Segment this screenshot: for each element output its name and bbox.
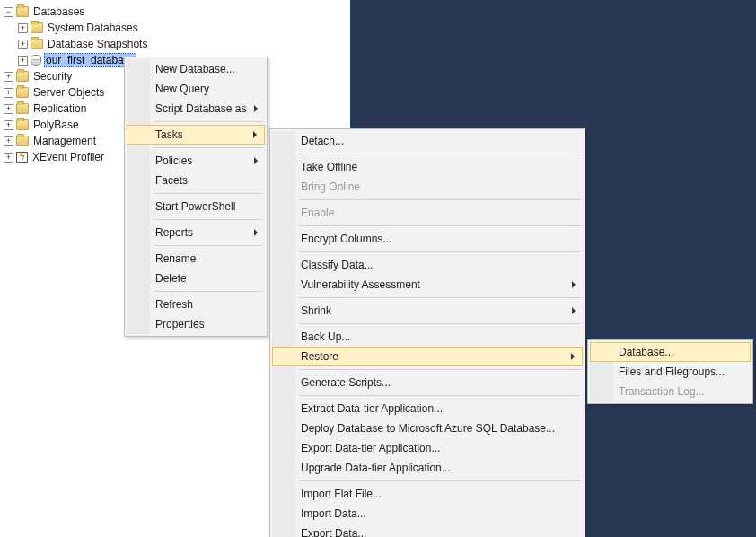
menu-separator [299, 199, 581, 200]
menu-item-classify-data[interactable]: Classify Data... [272, 255, 583, 275]
menu-item-export-data[interactable]: Export Data... [272, 524, 583, 537]
menu-label: Reports [155, 226, 193, 239]
folder-icon [16, 87, 29, 98]
xevent-profiler-icon [16, 152, 28, 163]
menu-label: Encrypt Columns... [301, 233, 391, 245]
collapse-icon[interactable]: − [4, 7, 13, 17]
menu-label: Start PowerShell [155, 200, 235, 213]
submenu-arrow-icon [254, 157, 258, 164]
menu-item-import-flat-file[interactable]: Import Flat File... [272, 484, 583, 504]
menu-item-shrink[interactable]: Shrink [272, 301, 583, 321]
expand-icon[interactable]: + [4, 153, 13, 163]
menu-separator [299, 251, 581, 252]
menu-separator [299, 154, 581, 154]
menu-separator [154, 219, 263, 220]
menu-label: Take Offline [301, 161, 357, 173]
folder-icon [16, 119, 29, 130]
menu-item-upgrade-dt[interactable]: Upgrade Data-tier Application... [272, 458, 583, 478]
expand-icon[interactable]: + [4, 104, 13, 114]
menu-item-extract-dt[interactable]: Extract Data-tier Application... [272, 399, 583, 418]
menu-item-vulnerability-assessment[interactable]: Vulnerability Assessment [272, 275, 583, 295]
menu-item-policies[interactable]: Policies [127, 151, 265, 171]
context-menu-database[interactable]: New Database... New Query Script Databas… [124, 57, 268, 337]
menu-item-refresh[interactable]: Refresh [127, 295, 265, 314]
expand-icon[interactable]: + [4, 72, 13, 82]
tree-node-databases[interactable]: − Databases [4, 4, 350, 20]
menu-item-start-powershell[interactable]: Start PowerShell [127, 197, 265, 216]
menu-label: Bring Online [301, 180, 360, 193]
tree-label: System Databases [46, 22, 140, 34]
menu-label: Upgrade Data-tier Application... [301, 462, 451, 474]
submenu-arrow-icon [572, 307, 576, 314]
menu-item-detach[interactable]: Detach... [272, 131, 583, 151]
menu-item-deploy-azure[interactable]: Deploy Database to Microsoft Azure SQL D… [272, 418, 583, 438]
menu-label: Back Up... [301, 330, 350, 343]
menu-item-script-database-as[interactable]: Script Database as [127, 99, 265, 119]
menu-item-restore[interactable]: Restore [272, 347, 583, 366]
menu-label: Generate Scripts... [301, 376, 391, 389]
menu-item-back-up[interactable]: Back Up... [272, 327, 583, 347]
menu-item-generate-scripts[interactable]: Generate Scripts... [272, 373, 583, 392]
menu-item-bring-online: Bring Online [272, 177, 583, 197]
menu-item-delete[interactable]: Delete [127, 268, 265, 288]
menu-label: Facets [155, 174, 188, 187]
tree-label-selected: our_first_database [44, 53, 136, 67]
menu-item-restore-files-filegroups[interactable]: Files and Filegroups... [590, 362, 751, 382]
menu-item-properties[interactable]: Properties [127, 314, 265, 334]
menu-label: Export Data... [301, 527, 366, 537]
folder-icon [16, 6, 29, 17]
expand-icon[interactable]: + [18, 40, 28, 49]
tree-label: XEvent Profiler [31, 151, 106, 163]
menu-item-reports[interactable]: Reports [127, 223, 265, 242]
menu-label: New Query [155, 83, 209, 95]
folder-icon [31, 39, 43, 49]
menu-label: Classify Data... [301, 259, 374, 271]
menu-label: Deploy Database to Microsoft Azure SQL D… [301, 422, 555, 435]
context-menu-tasks[interactable]: Detach... Take Offline Bring Online Enab… [269, 128, 585, 537]
expand-icon[interactable]: + [4, 136, 13, 146]
menu-separator [154, 121, 263, 122]
menu-label: Import Data... [301, 507, 366, 520]
menu-item-restore-database[interactable]: Database... [590, 342, 751, 362]
tree-label: Databases [31, 5, 86, 18]
expand-icon[interactable]: + [18, 56, 28, 66]
menu-label: Transaction Log... [619, 385, 705, 398]
menu-label: Detach... [301, 135, 344, 147]
expand-icon[interactable]: + [4, 88, 13, 98]
menu-item-enable: Enable [272, 203, 583, 223]
tree-label: Server Objects [31, 86, 106, 99]
menu-separator [154, 193, 263, 194]
expand-icon[interactable]: + [4, 120, 13, 130]
menu-label: Script Database as [155, 102, 246, 115]
menu-label: Export Data-tier Application... [301, 442, 440, 454]
menu-label: Delete [155, 272, 187, 285]
menu-item-rename[interactable]: Rename [127, 249, 265, 268]
menu-item-import-data[interactable]: Import Data... [272, 504, 583, 524]
tree-node-system-databases[interactable]: + System Databases [18, 20, 350, 36]
tree-label: Management [31, 135, 98, 147]
menu-label: Enable [301, 207, 334, 219]
menu-separator [154, 245, 263, 246]
menu-item-restore-transaction-log: Transaction Log... [590, 382, 751, 401]
menu-item-new-database[interactable]: New Database... [127, 59, 265, 79]
context-menu-restore[interactable]: Database... Files and Filegroups... Tran… [587, 339, 753, 404]
folder-icon [31, 22, 43, 33]
menu-label: Shrink [301, 304, 331, 317]
submenu-arrow-icon [253, 131, 257, 138]
menu-label: Rename [155, 252, 196, 265]
menu-item-facets[interactable]: Facets [127, 171, 265, 190]
menu-separator [299, 369, 581, 370]
menu-label: Extract Data-tier Application... [301, 402, 443, 415]
menu-separator [299, 395, 581, 396]
menu-item-tasks[interactable]: Tasks [127, 125, 265, 145]
tree-node-database-snapshots[interactable]: + Database Snapshots [18, 36, 350, 52]
expand-icon[interactable]: + [18, 23, 28, 33]
tree-label: Security [31, 70, 74, 83]
menu-label: Vulnerability Assessment [301, 278, 420, 291]
menu-item-export-dt[interactable]: Export Data-tier Application... [272, 438, 583, 458]
menu-label: Properties [155, 318, 205, 330]
menu-item-encrypt-columns[interactable]: Encrypt Columns... [272, 229, 583, 249]
menu-item-take-offline[interactable]: Take Offline [272, 157, 583, 177]
menu-separator [299, 480, 581, 481]
menu-item-new-query[interactable]: New Query [127, 79, 265, 99]
